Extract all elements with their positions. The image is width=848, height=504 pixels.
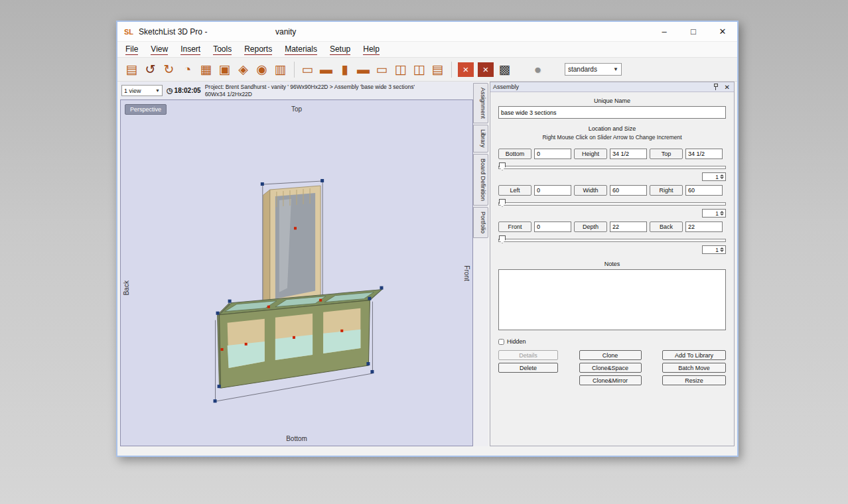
view-count-dropdown[interactable]: 1 view ▼	[121, 85, 163, 96]
menu-insert[interactable]: Insert	[180, 44, 200, 55]
hidden-checkbox-label: Hidden	[507, 338, 526, 345]
cabinet-base[interactable]	[218, 290, 382, 389]
tab-board-definition[interactable]: Board Definition	[473, 154, 488, 206]
height-button[interactable]: Height	[574, 149, 607, 159]
menu-materials[interactable]: Materials	[285, 44, 317, 55]
move-icon[interactable]: ◈	[234, 60, 252, 78]
vanity-3d-model[interactable]	[121, 100, 472, 446]
width-input[interactable]	[610, 185, 647, 196]
width-slider-thumb[interactable]	[499, 199, 506, 207]
tab-assignment[interactable]: Assignment	[473, 83, 488, 123]
drilled-board-icon[interactable]: ▭	[373, 60, 391, 78]
close-button[interactable]: ✕	[708, 22, 737, 41]
depth-slider[interactable]	[498, 235, 726, 244]
top-button[interactable]: Top	[650, 149, 683, 159]
width-increment-stepper[interactable]: 1	[702, 209, 726, 218]
left-input[interactable]	[534, 185, 571, 196]
width-slider-track[interactable]	[498, 202, 726, 206]
unique-name-input[interactable]	[498, 106, 726, 119]
depth-slider-thumb[interactable]	[499, 235, 506, 243]
add-to-library-button[interactable]: Add To Library	[662, 350, 726, 360]
pin-icon[interactable]	[713, 84, 719, 90]
horizontal-board-icon[interactable]: ▬	[354, 60, 372, 78]
standards-dropdown[interactable]: standards ▼	[565, 63, 622, 76]
front-button[interactable]: Front	[498, 221, 531, 232]
right-button[interactable]: Right	[650, 185, 683, 196]
menu-file[interactable]: File	[125, 44, 138, 55]
menu-reports[interactable]: Reports	[244, 44, 272, 55]
toolbar-separator	[294, 62, 295, 78]
toolbar-separator	[451, 62, 452, 78]
stopwatch-icon[interactable]: ◔	[178, 60, 196, 78]
new-board-icon[interactable]: ▤	[123, 60, 141, 78]
tab-library[interactable]: Library	[473, 125, 488, 153]
depth-increment-value: 1	[715, 247, 719, 253]
clone-space-button[interactable]: Clone&Space	[579, 363, 642, 373]
height-slider-thumb[interactable]	[499, 162, 506, 170]
height-slider[interactable]	[498, 162, 726, 171]
delete-board-icon[interactable]: ×	[458, 62, 474, 77]
cabinet-icon[interactable]: ▤	[429, 60, 447, 78]
close-icon[interactable]: ✕	[723, 84, 731, 91]
resize-button[interactable]: Resize	[662, 375, 726, 385]
stepper-arrows-icon[interactable]	[720, 210, 725, 217]
clone-mirror-button[interactable]: Clone&Mirror	[579, 375, 642, 385]
slider-hint-text: Right Mouse Click on Slider Arrow to Cha…	[498, 134, 726, 141]
minimize-button[interactable]: –	[650, 22, 679, 41]
texture-icon[interactable]: ▩	[496, 60, 514, 78]
camera-icon[interactable]: ▣	[216, 60, 234, 78]
dresser-icon[interactable]: ▥	[271, 60, 289, 78]
height-increment-stepper[interactable]: 1	[702, 172, 726, 181]
bottom-input[interactable]	[534, 149, 571, 159]
front-input[interactable]	[534, 221, 571, 232]
solid-panel-icon[interactable]: ▬	[317, 60, 335, 78]
mirror-panel[interactable]	[263, 186, 320, 312]
vertical-board-icon[interactable]: ▮	[336, 60, 354, 78]
clone-button[interactable]: Clone	[579, 350, 642, 360]
viewport-3d[interactable]: Perspective Top Bottom Back Front	[120, 99, 473, 446]
notes-textarea[interactable]	[498, 269, 726, 330]
hardware-icon[interactable]: ◫	[391, 60, 409, 78]
document-title: vanity	[275, 27, 296, 36]
delete-assembly-icon[interactable]: ×	[478, 62, 494, 77]
bottom-button[interactable]: Bottom	[498, 149, 531, 159]
app-window: SL SketchList 3D Pro - vanity – □ ✕ File…	[116, 21, 739, 457]
depth-button[interactable]: Depth	[574, 221, 607, 232]
session-timer: ◷ 18:02:05	[167, 86, 201, 95]
menu-view[interactable]: View	[151, 44, 168, 55]
details-button[interactable]: Details	[498, 350, 558, 360]
delete-button[interactable]: Delete	[498, 363, 558, 373]
height-slider-track[interactable]	[498, 166, 726, 169]
tab-portfolio[interactable]: Portfolio	[473, 207, 488, 238]
sphere-icon[interactable]: ●	[529, 60, 547, 78]
redo-icon[interactable]: ↻	[160, 60, 178, 78]
back-input[interactable]	[685, 221, 723, 232]
depth-input[interactable]	[610, 221, 647, 232]
top-input[interactable]	[685, 149, 723, 159]
toolbar: ▤ ↺ ↻ ◔ ▦ ▣ ◈ ◉ ▥ ▭ ▬ ▮ ▬ ▭ ◫ ◫ ▤ × × ▩ …	[117, 58, 737, 82]
left-button[interactable]: Left	[498, 185, 531, 196]
assembly-panel: Assembly ✕ Unique Name Location and Size…	[490, 82, 735, 446]
maximize-button[interactable]: □	[679, 22, 708, 41]
stepper-arrows-icon[interactable]	[720, 173, 725, 180]
back-button[interactable]: Back	[650, 221, 683, 232]
width-slider[interactable]	[498, 199, 726, 208]
menu-help[interactable]: Help	[363, 44, 380, 55]
depth-increment-stepper[interactable]: 1	[702, 245, 726, 254]
batch-move-button[interactable]: Batch Move	[662, 363, 726, 373]
knob-icon[interactable]: ◉	[253, 60, 271, 78]
menu-tools[interactable]: Tools	[213, 44, 232, 55]
stepper-arrows-icon[interactable]	[720, 246, 725, 253]
depth-slider-track[interactable]	[498, 239, 726, 242]
height-input[interactable]	[610, 149, 647, 159]
width-button[interactable]: Width	[574, 185, 607, 196]
schedule-icon[interactable]: ▦	[197, 60, 215, 78]
undo-icon[interactable]: ↺	[141, 60, 159, 78]
right-input[interactable]	[685, 185, 723, 196]
menu-setup[interactable]: Setup	[330, 44, 350, 55]
project-breadcrumb: Project: Brent Sandhurst - vanity ' 96Wx…	[205, 84, 415, 97]
panel-icon[interactable]: ▭	[299, 60, 317, 78]
double-door-icon[interactable]: ◫	[410, 60, 428, 78]
perspective-badge[interactable]: Perspective	[125, 104, 167, 115]
hidden-checkbox[interactable]	[498, 339, 504, 345]
